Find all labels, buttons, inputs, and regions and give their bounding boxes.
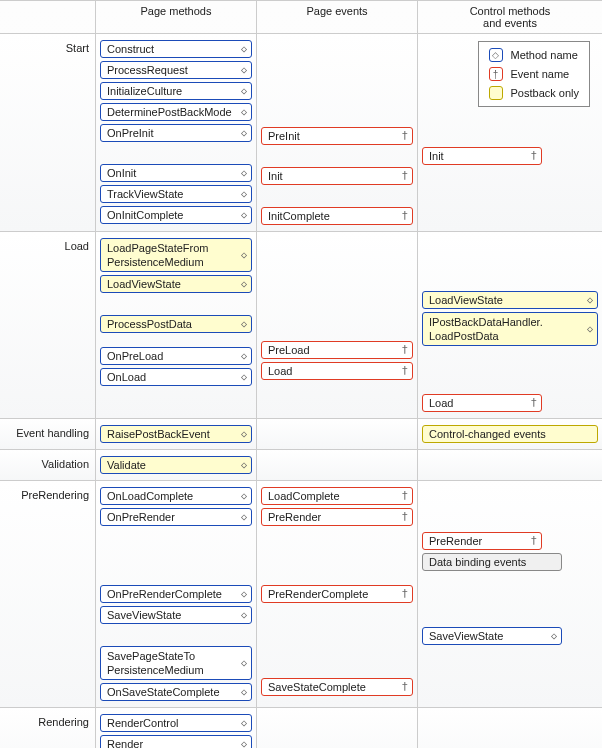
onloadcomplete-method: OnLoadComplete [100, 487, 252, 505]
start-page-methods: Construct ProcessRequest InitializeCultu… [96, 34, 257, 231]
raisepostbackevent-method: RaisePostBackEvent [100, 425, 252, 443]
prer-page-methods: OnLoadComplete OnPreRender OnPreRenderCo… [96, 481, 257, 707]
phase-eh-label: Event handling [0, 419, 96, 449]
load-event: Load [261, 362, 413, 380]
diamond-icon [241, 63, 247, 77]
legend-event: Event name [489, 67, 579, 81]
rendercontrol-method: RenderControl [100, 714, 252, 732]
legend-method: Method name [489, 48, 579, 62]
diamond-icon [241, 489, 247, 503]
diamond-icon [241, 349, 247, 363]
phase-rend-label: Rendering [0, 708, 96, 748]
legend-event-label: Event name [511, 68, 570, 80]
diamond-icon [241, 587, 247, 601]
diamond-icon [241, 126, 247, 140]
column-headers: Page methods Page events Control methods… [0, 1, 602, 34]
diamond-icon [241, 458, 247, 472]
preload-event: PreLoad [261, 341, 413, 359]
control-changed-events: Control-changed events [422, 425, 598, 443]
construct-method: Construct [100, 40, 252, 58]
validate-method: Validate [100, 456, 252, 474]
diamond-icon [587, 293, 593, 307]
onprerendercomplete-method: OnPreRenderComplete [100, 585, 252, 603]
col-phase [0, 1, 96, 33]
oninitcomplete-method: OnInitComplete [100, 206, 252, 224]
processrequest-method: ProcessRequest [100, 61, 252, 79]
legend-postback: Postback only [489, 86, 579, 100]
diamond-icon [241, 166, 247, 180]
diamond-icon [241, 317, 247, 331]
diamond-icon [241, 277, 247, 291]
rend-page-methods: RenderControl Render RenderChildren [96, 708, 257, 748]
col-control: Control methods and events [418, 1, 602, 33]
savestatecomplete-event: SaveStateComplete [261, 678, 413, 696]
prerender-event: PreRender [261, 508, 413, 526]
load-page-events: PreLoad Load [257, 232, 418, 418]
prer-control: PreRender Data binding events SaveViewSt… [418, 481, 602, 707]
data-binding-events: Data binding events [422, 553, 562, 571]
loadpagestate-method: LoadPageStateFrom PersistenceMedium [100, 238, 252, 272]
loadcomplete-event: LoadComplete [261, 487, 413, 505]
prer-page-events: LoadComplete PreRender PreRenderComplete… [257, 481, 418, 707]
saveviewstate-method: SaveViewState [100, 606, 252, 624]
dagger-icon [401, 489, 408, 503]
col-page-events: Page events [257, 1, 418, 33]
onpreinit-method: OnPreInit [100, 124, 252, 142]
dagger-icon [401, 510, 408, 524]
diamond-icon [241, 510, 247, 524]
dagger-icon [401, 343, 408, 357]
savepagestate-method: SavePageStateTo PersistenceMedium [100, 646, 252, 680]
lifecycle-diagram: Method name Event name Postback only Pag… [0, 0, 602, 748]
dagger-icon [530, 396, 537, 410]
diamond-icon [241, 248, 247, 262]
section-validation: Validation Validate [0, 450, 602, 481]
phase-load-label: Load [0, 232, 96, 418]
dagger-icon [401, 364, 408, 378]
determinepostbackmode-method: DeterminePostBackMode [100, 103, 252, 121]
diamond-icon [241, 370, 247, 384]
dagger-icon [530, 534, 537, 548]
diamond-icon [241, 208, 247, 222]
diamond-icon [241, 427, 247, 441]
control-ipostback-method: IPostBackDataHandler. LoadPostData [422, 312, 598, 346]
start-page-events: PreInit Init InitComplete [257, 34, 418, 231]
oninit-method: OnInit [100, 164, 252, 182]
diamond-icon [241, 656, 247, 670]
onprerender-method: OnPreRender [100, 508, 252, 526]
onsavestatecomplete-method: OnSaveStateComplete [100, 683, 252, 701]
dagger-icon [530, 149, 537, 163]
phase-prer-label: PreRendering [0, 481, 96, 707]
control-saveviewstate-method: SaveViewState [422, 627, 562, 645]
init-event: Init [261, 167, 413, 185]
control-loadviewstate-method: LoadViewState [422, 291, 598, 309]
legend-method-label: Method name [511, 49, 578, 61]
trackviewstate-method: TrackViewState [100, 185, 252, 203]
onpreload-method: OnPreLoad [100, 347, 252, 365]
legend-postback-label: Postback only [511, 87, 579, 99]
diamond-icon [241, 608, 247, 622]
dagger-icon [489, 67, 503, 81]
loadviewstate-method: LoadViewState [100, 275, 252, 293]
control-init-event: Init [422, 147, 542, 165]
diamond-icon [241, 42, 247, 56]
legend: Method name Event name Postback only [478, 41, 590, 107]
load-control: LoadViewState IPostBackDataHandler. Load… [418, 232, 602, 418]
diamond-icon [241, 84, 247, 98]
diamond-icon [241, 737, 247, 748]
preinit-event: PreInit [261, 127, 413, 145]
col-page-methods: Page methods [96, 1, 257, 33]
control-prerender-event: PreRender [422, 532, 542, 550]
section-rendering: Rendering RenderControl Render RenderChi… [0, 708, 602, 748]
diamond-icon [241, 105, 247, 119]
diamond-icon [241, 187, 247, 201]
phase-val-label: Validation [0, 450, 96, 480]
diamond-icon [551, 629, 557, 643]
dagger-icon [401, 587, 408, 601]
control-load-event: Load [422, 394, 542, 412]
render-method: Render [100, 735, 252, 748]
section-event-handling: Event handling RaisePostBackEvent Contro… [0, 419, 602, 450]
dagger-icon [401, 169, 408, 183]
phase-start-label: Start [0, 34, 96, 231]
yellow-swatch-icon [489, 86, 503, 100]
initializeculture-method: InitializeCulture [100, 82, 252, 100]
